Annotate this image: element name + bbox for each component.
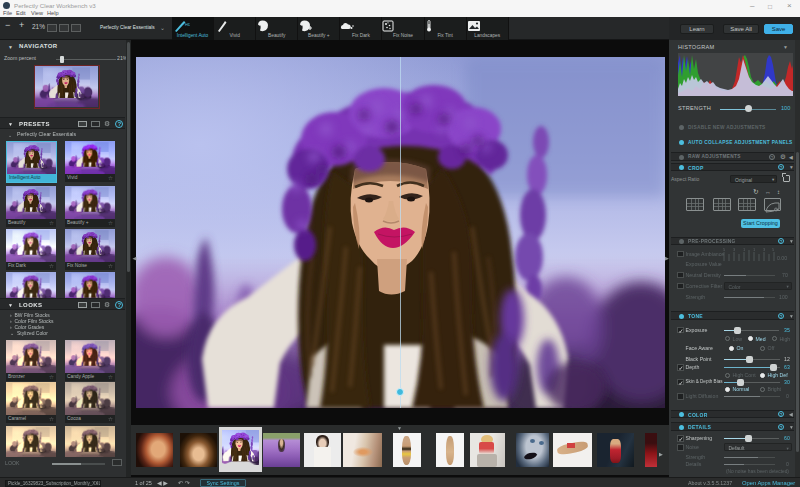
svg-text:1: 1 bbox=[753, 248, 756, 252]
svg-text:HD: HD bbox=[185, 22, 190, 27]
svg-text:5: 5 bbox=[723, 248, 726, 252]
svg-text:3: 3 bbox=[763, 248, 766, 252]
svg-text:3: 3 bbox=[733, 248, 736, 252]
svg-text:1: 1 bbox=[743, 248, 746, 252]
svg-text:5: 5 bbox=[772, 248, 775, 252]
